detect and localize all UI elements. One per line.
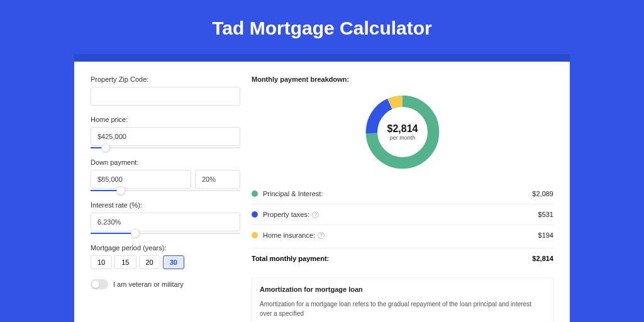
veteran-toggle[interactable] [91,279,108,289]
legend-value: $194 [538,231,553,239]
down-payment-percent-input[interactable] [195,170,240,189]
toggle-knob [92,280,99,288]
zip-group: Property Zip Code: [91,75,240,106]
period-options: 10152030 [91,255,240,269]
down-payment-group: Down payment: [91,158,240,191]
legend-label: Principal & Interest: [263,190,532,197]
legend-swatch [252,232,258,238]
veteran-label: I am veteran or military [113,280,184,288]
interest-slider[interactable] [91,233,240,234]
interest-label: Interest rate (%): [91,201,240,209]
legend-row: Home insurance:?$194 [252,225,553,245]
period-option-20[interactable]: 20 [139,255,160,269]
total-label: Total monthly payment: [252,255,329,262]
inputs-column: Property Zip Code: Home price: Down paym… [91,75,240,322]
zip-input[interactable] [91,87,240,106]
breakdown-heading: Monthly payment breakdown: [252,75,553,83]
home-price-label: Home price: [91,116,240,123]
total-row: Total monthly payment: $2,814 [252,248,553,269]
slider-thumb[interactable] [101,143,110,152]
amortization-title: Amortization for mortgage loan [260,286,545,293]
legend-value: $531 [538,211,553,218]
calculator-card: Property Zip Code: Home price: Down paym… [74,62,570,322]
period-group: Mortgage period (years): 10152030 [91,244,240,269]
legend-row: Property taxes:?$531 [252,204,553,225]
interest-input[interactable] [91,213,240,231]
home-price-input[interactable] [91,127,240,146]
legend-value: $2,089 [532,190,553,197]
donut-sub: per month [390,135,416,141]
legend: Principal & Interest:$2,089Property taxe… [252,181,553,248]
legend-row: Principal & Interest:$2,089 [252,184,553,204]
down-payment-label: Down payment: [91,158,240,166]
legend-label: Home insurance:? [263,231,538,239]
slider-thumb[interactable] [116,186,125,195]
veteran-row: I am veteran or military [91,279,240,289]
total-value: $2,814 [532,255,553,262]
period-option-15[interactable]: 15 [114,255,136,269]
home-price-group: Home price: [91,116,240,148]
donut-chart: $2,814 per month [365,94,440,170]
slider-thumb[interactable] [131,229,140,238]
zip-label: Property Zip Code: [91,75,240,83]
help-icon[interactable]: ? [318,232,325,239]
period-option-10[interactable]: 10 [91,255,112,269]
legend-swatch [252,191,258,197]
donut-wrap: $2,814 per month [252,83,553,181]
donut-amount: $2,814 [387,123,418,135]
amortization-text: Amortization for a mortgage loan refers … [260,299,545,318]
legend-swatch [252,211,258,218]
interest-group: Interest rate (%): [91,201,240,234]
period-option-30[interactable]: 30 [163,255,184,269]
help-icon[interactable]: ? [312,211,319,218]
down-payment-amount-input[interactable] [91,170,191,189]
donut-center: $2,814 per month [377,107,428,157]
home-price-slider[interactable] [91,147,240,148]
header-band [74,54,570,62]
down-payment-slider[interactable] [91,190,240,191]
amortization-box: Amortization for mortgage loan Amortizat… [252,277,553,322]
period-label: Mortgage period (years): [91,244,240,252]
breakdown-column: Monthly payment breakdown: $2,814 per mo… [252,75,553,322]
legend-label: Property taxes:? [263,211,538,218]
page-title: Tad Mortgage Calculator [0,0,644,54]
